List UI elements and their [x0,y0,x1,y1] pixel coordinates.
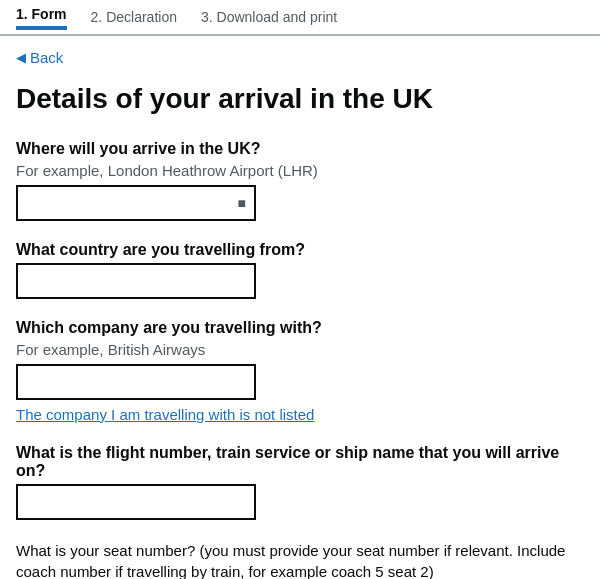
back-link-label: Back [30,49,63,66]
company-group: Which company are you travelling with? F… [16,319,584,424]
flight-number-group: What is the flight number, train service… [16,444,584,520]
country-input[interactable] [16,263,256,299]
step-navigation: 1. Form 2. Declaration 3. Download and p… [0,0,600,36]
calendar-icon: ■ [238,195,246,211]
flight-number-label: What is the flight number, train service… [16,444,584,480]
company-input[interactable] [16,364,256,400]
country-group: What country are you travelling from? [16,241,584,299]
back-link[interactable]: ◀ Back [16,49,63,66]
step-form[interactable]: 1. Form [16,6,67,30]
arrival-location-hint: For example, London Heathrow Airport (LH… [16,162,584,179]
page-title: Details of your arrival in the UK [16,82,584,116]
country-label: What country are you travelling from? [16,241,584,259]
step-declaration[interactable]: 2. Declaration [91,9,177,25]
seat-number-group: What is your seat number? (you must prov… [16,540,584,579]
company-hint: For example, British Airways [16,341,584,358]
arrival-location-label: Where will you arrive in the UK? [16,140,584,158]
back-link-container: ◀ Back [0,36,600,74]
company-label: Which company are you travelling with? [16,319,584,337]
arrival-location-group: Where will you arrive in the UK? For exa… [16,140,584,221]
flight-number-input[interactable] [16,484,256,520]
arrival-location-input[interactable] [26,187,238,219]
back-arrow-icon: ◀ [16,50,26,65]
step-download[interactable]: 3. Download and print [201,9,337,25]
company-not-listed-link[interactable]: The company I am travelling with is not … [16,406,314,423]
arrival-location-input-wrapper[interactable]: ■ [16,185,256,221]
seat-number-label: What is your seat number? (you must prov… [16,540,584,579]
page-content: Details of your arrival in the UK Where … [0,74,600,579]
